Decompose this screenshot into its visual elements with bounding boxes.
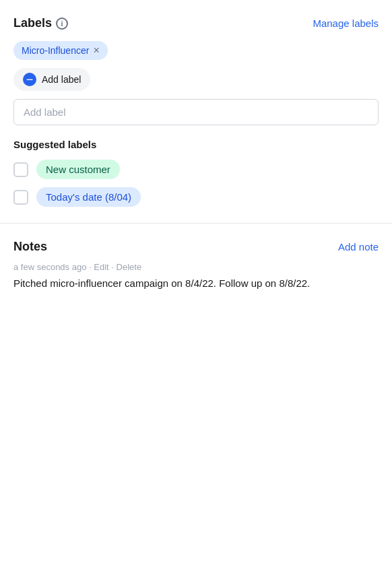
tag-micro-influencer: Micro-Influencer ×: [13, 41, 108, 60]
suggested-checkbox-new-customer[interactable]: [13, 162, 28, 177]
tag-label: Micro-Influencer: [22, 45, 89, 56]
note-meta: a few seconds ago · Edit · Delete: [13, 262, 379, 272]
add-label-button[interactable]: − Add label: [13, 68, 90, 91]
note-body: Pitched micro-influencer campaign on 8/4…: [13, 276, 379, 292]
info-icon[interactable]: i: [56, 18, 68, 30]
labels-section-header: Labels i Manage labels: [13, 16, 379, 30]
suggested-item-todays-date: Today's date (8/04): [13, 187, 379, 207]
notes-section: Notes Add note a few seconds ago · Edit …: [0, 240, 392, 308]
minus-icon: −: [23, 73, 36, 86]
notes-header: Notes Add note: [13, 240, 379, 254]
suggested-item-new-customer: New customer: [13, 160, 379, 179]
section-divider: [0, 223, 392, 224]
label-input[interactable]: [13, 99, 379, 125]
note-delete-link[interactable]: Delete: [117, 262, 142, 272]
add-note-link[interactable]: Add note: [338, 241, 379, 253]
manage-labels-link[interactable]: Manage labels: [313, 18, 379, 29]
labels-title-group: Labels i: [13, 16, 68, 30]
add-label-button-text: Add label: [42, 74, 81, 85]
note-timestamp: a few seconds ago: [13, 262, 86, 272]
note-item: a few seconds ago · Edit · Delete Pitche…: [13, 262, 379, 292]
notes-title: Notes: [13, 240, 47, 254]
suggested-label-todays-date[interactable]: Today's date (8/04): [36, 187, 141, 207]
note-separator-2: ·: [111, 262, 116, 272]
suggested-checkbox-todays-date[interactable]: [13, 190, 28, 205]
add-label-row: − Add label: [13, 68, 379, 91]
tags-row: Micro-Influencer ×: [13, 41, 379, 60]
note-edit-link[interactable]: Edit: [94, 262, 108, 272]
suggested-labels-title: Suggested labels: [13, 139, 379, 150]
tag-close-icon[interactable]: ×: [93, 45, 99, 56]
labels-title: Labels: [13, 16, 52, 30]
suggested-label-new-customer[interactable]: New customer: [36, 160, 120, 179]
